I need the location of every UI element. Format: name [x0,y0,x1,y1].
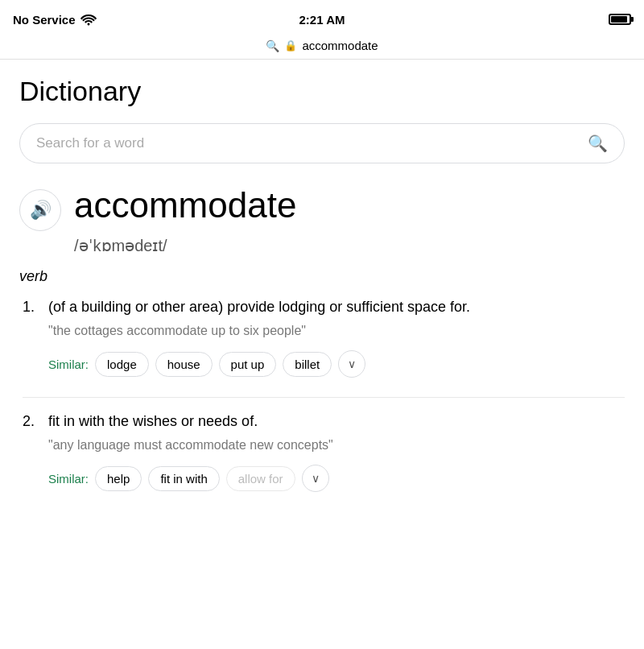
search-box[interactable]: Search for a word 🔍 [19,123,625,163]
address-bar: 🔍 🔒 accommodate [0,35,644,60]
def-number-2: 2. [23,413,42,430]
status-left: No Service [13,13,97,27]
definitions-list: 1. (of a building or other area) provide… [19,296,625,492]
similar-row-1: Similar: lodge house put up billet ∨ [48,350,625,378]
word-header: 🔊 accommodate [19,186,625,231]
main-content: Dictionary Search for a word 🔍 🔊 accommo… [0,60,644,527]
def-number-1: 1. [23,299,42,316]
search-icon: 🔍 [588,134,608,153]
similar-chips-2: help fit in with allow for ∨ [95,465,329,492]
definition-item-1: 1. (of a building or other area) provide… [23,296,625,378]
similar-label-2: Similar: [48,472,89,486]
audio-button[interactable]: 🔊 [19,189,61,231]
chip-put-up[interactable]: put up [219,352,277,377]
chip-house[interactable]: house [155,352,213,377]
search-input-placeholder[interactable]: Search for a word [36,135,144,151]
audio-icon: 🔊 [30,200,52,221]
word-title: accommodate [74,186,296,225]
part-of-speech: verb [19,268,625,285]
word-entry: 🔊 accommodate /əˈkɒmədeɪt/ verb 1. (of a… [19,186,625,492]
def-example-1: "the cottages accommodate up to six peop… [48,321,625,341]
similar-expand-button-2[interactable]: ∨ [302,465,329,492]
similar-row-2: Similar: help fit in with allow for ∨ [48,465,625,492]
time-display: 2:21 AM [299,13,345,27]
chip-lodge[interactable]: lodge [95,352,149,377]
similar-label-1: Similar: [48,358,89,371]
def-text-2: fit in with the wishes or needs of. [48,411,258,432]
def-number-row-2: 2. fit in with the wishes or needs of. [23,411,625,432]
divider [23,397,625,398]
chevron-down-icon-2: ∨ [312,472,320,485]
def-text-1: (of a building or other area) provide lo… [48,296,470,318]
url-text[interactable]: accommodate [302,39,378,52]
definition-item-2: 2. fit in with the wishes or needs of. "… [23,411,625,492]
similar-chips-1: lodge house put up billet ∨ [95,350,365,378]
search-bar-icon: 🔍 [266,39,279,52]
chevron-down-icon-1: ∨ [348,358,356,370]
wifi-icon [80,13,97,26]
chip-help[interactable]: help [95,466,142,491]
chip-allow-for[interactable]: allow for [226,466,295,491]
carrier-text: No Service [13,13,76,27]
def-example-2: "any language must accommodate new conce… [48,436,625,455]
pronunciation: /əˈkɒmədeɪt/ [74,236,625,255]
def-number-row-1: 1. (of a building or other area) provide… [23,296,625,318]
status-right [609,14,631,25]
lock-icon: 🔒 [284,39,297,52]
status-bar: No Service 2:21 AM [0,0,644,35]
chip-fit-in-with[interactable]: fit in with [148,466,219,491]
chip-billet[interactable]: billet [283,352,332,377]
battery-icon [609,14,631,25]
page-title: Dictionary [19,76,625,107]
similar-expand-button-1[interactable]: ∨ [338,350,365,378]
